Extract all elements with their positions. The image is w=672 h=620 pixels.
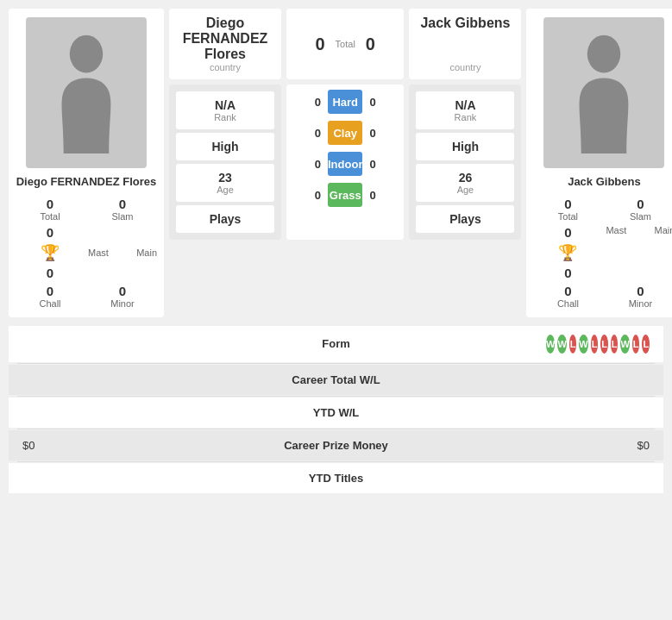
right-age-row: 26 Age: [416, 164, 514, 202]
clay-score-right: 0: [369, 127, 395, 140]
left-main-label: Main: [136, 247, 157, 258]
left-player-stats: 0 Total 0 Slam 0 🏆 0 Mast: [16, 197, 157, 309]
left-mast-label-block: Mast Main: [88, 225, 157, 280]
form-badge-l: L: [632, 335, 640, 354]
right-player-card: Jack Gibbens 0 Total 0 Slam 0 🏆 0: [526, 9, 672, 317]
right-center-name: Jack Gibbens: [420, 16, 510, 62]
left-minor-label: Minor: [110, 298, 135, 309]
right-rank-label: Rank: [424, 112, 506, 122]
right-slam-block: 0 Slam: [606, 197, 672, 222]
left-total-label: Total: [40, 211, 60, 222]
left-rank-label: Rank: [185, 112, 266, 122]
right-high-row: High: [416, 133, 514, 160]
name-score-outer: Diego FERNANDEZ Flores country 0 Total 0…: [169, 9, 521, 79]
left-player-avatar: [26, 17, 147, 168]
left-minor-block: 0 Minor: [88, 284, 157, 309]
ytd-titles-label: YTD Titles: [126, 472, 546, 485]
form-badge-l: L: [591, 335, 599, 354]
surface-row-grass: 0 Grass 0: [295, 183, 395, 207]
left-mast-label: Mast: [88, 247, 109, 258]
right-mast-label: Mast: [606, 225, 626, 235]
right-info-panel: N/A Rank High 26 Age Plays: [409, 85, 521, 240]
left-chall-block: 0 Chall: [16, 284, 85, 309]
form-badge-w: W: [546, 335, 555, 354]
career-total-label: Career Total W/L: [126, 373, 546, 386]
right-mast-labels: Mast Main: [606, 225, 672, 280]
comparison-area: Diego FERNANDEZ Flores 0 Total 0 Slam 0 …: [0, 0, 672, 326]
left-plays-value: Plays: [185, 212, 266, 226]
right-plays-value: Plays: [424, 212, 506, 226]
left-rank-row: N/A Rank: [176, 91, 274, 129]
left-slam-label: Slam: [111, 211, 133, 222]
middle-section: Diego FERNANDEZ Flores country 0 Total 0…: [169, 9, 521, 317]
left-player-name: Diego FERNANDEZ Flores: [16, 175, 157, 190]
hard-bar: Hard: [328, 90, 362, 114]
grass-score-left: 0: [295, 189, 321, 202]
right-trophy-icon: 🏆: [558, 243, 577, 262]
right-total-block: 0 Total: [533, 197, 602, 222]
prize-right: $0: [546, 439, 650, 452]
center-score-area: 0 Total 0: [286, 9, 404, 79]
right-chall-value: 0: [564, 284, 571, 298]
left-name-area: Diego FERNANDEZ Flores country: [169, 9, 281, 79]
left-chall-value: 0: [47, 284, 53, 298]
prize-label: Career Prize Money: [126, 439, 546, 452]
right-main-label: Main: [655, 225, 672, 235]
left-slam-block: 0 Slam: [88, 197, 157, 222]
right-country: country: [449, 62, 480, 72]
right-slam-label: Slam: [630, 211, 651, 222]
right-plays-row: Plays: [416, 205, 514, 233]
svg-point-1: [587, 34, 621, 72]
clay-score-left: 0: [295, 127, 321, 140]
center-surfaces: 0 Hard 0 0 Clay 0 0 Indoor 0: [286, 85, 404, 240]
form-row: Form WWLWLLLWLL: [9, 326, 663, 362]
indoor-score-left: 0: [295, 158, 321, 171]
right-slam-value: 0: [637, 197, 644, 211]
ytd-titles-row: YTD Titles: [9, 463, 663, 493]
right-minor-label: Minor: [629, 298, 653, 309]
left-rank-value: N/A: [185, 98, 266, 112]
grass-bar: Grass: [328, 183, 362, 207]
indoor-bar: Indoor: [328, 152, 362, 176]
indoor-score-right: 0: [369, 158, 395, 171]
form-label: Form: [126, 337, 546, 350]
right-chall-block: 0 Chall: [533, 284, 602, 309]
left-total-value: 0: [47, 197, 53, 211]
left-total-block: 0 Total: [16, 197, 85, 222]
surface-row-hard: 0 Hard 0: [295, 90, 395, 114]
form-badge-l: L: [642, 335, 650, 354]
right-main-value: 0: [564, 266, 571, 280]
left-age-value: 23: [185, 171, 266, 185]
score-right: 0: [366, 34, 375, 54]
left-player-card: Diego FERNANDEZ Flores 0 Total 0 Slam 0 …: [9, 9, 164, 317]
right-player-avatar: [543, 17, 664, 168]
right-mast-block: 0 🏆 0: [533, 225, 602, 280]
ytd-wl-row: YTD W/L: [9, 398, 663, 428]
right-age-value: 26: [424, 171, 506, 185]
right-rank-value: N/A: [424, 98, 506, 112]
right-total-label: Total: [558, 211, 578, 222]
clay-bar: Clay: [328, 121, 362, 145]
left-chall-label: Chall: [39, 298, 60, 309]
left-country: country: [210, 62, 241, 72]
left-high-row: High: [176, 133, 274, 160]
form-right-val: WWLWLLLWLL: [546, 335, 650, 354]
grass-score-right: 0: [369, 189, 395, 202]
score-label: Total: [336, 39, 355, 49]
form-badges: WWLWLLLWLL: [546, 335, 650, 354]
left-info-panel: N/A Rank High 23 Age Plays: [169, 85, 281, 240]
surface-row-clay: 0 Clay 0: [295, 121, 395, 145]
ytd-wl-label: YTD W/L: [126, 406, 546, 419]
left-main-value: 0: [47, 266, 53, 280]
divider-3: [17, 429, 655, 429]
divider-2: [17, 396, 655, 397]
prize-row: $0 Career Prize Money $0: [9, 430, 663, 460]
surface-row-indoor: 0 Indoor 0: [295, 152, 395, 176]
right-player-name: Jack Gibbens: [568, 175, 641, 190]
right-age-label: Age: [424, 185, 506, 195]
left-high-value: High: [185, 140, 266, 153]
bottom-stats: Form WWLWLLLWLL Career Total W/L YTD W/L…: [0, 326, 672, 502]
score-left: 0: [315, 34, 324, 54]
right-minor-value: 0: [637, 284, 644, 298]
right-minor-block: 0 Minor: [606, 284, 672, 309]
